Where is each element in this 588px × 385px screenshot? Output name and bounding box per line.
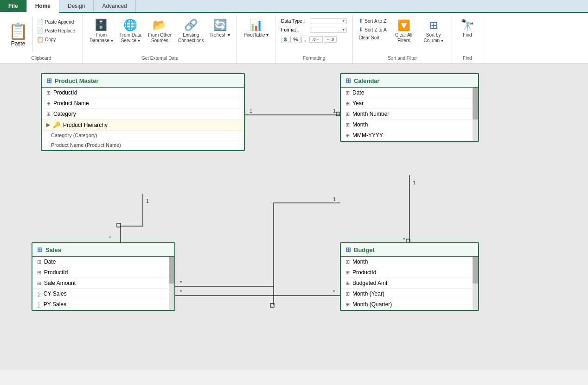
field-cal-year[interactable]: ⊞ Year bbox=[341, 98, 478, 109]
tab-design[interactable]: Design bbox=[59, 0, 94, 12]
sales-scrollbar-track[interactable] bbox=[169, 257, 174, 310]
rel-label-sb-many-l: * bbox=[180, 289, 182, 295]
calendar-scrollbar-thumb[interactable] bbox=[473, 88, 478, 120]
sort-a-z-label: Sort A to Z bbox=[364, 19, 386, 24]
rel-label-pm-cal-1a: 1 bbox=[249, 108, 252, 114]
existing-connections-button[interactable]: 🔗 ExistingConnections bbox=[175, 17, 207, 45]
paste-button[interactable]: 📋 Paste bbox=[4, 17, 33, 52]
copy-button[interactable]: 📋 Copy bbox=[35, 35, 77, 44]
sort-a-z-button[interactable]: ⬆ Sort A to Z bbox=[357, 17, 388, 25]
product-master-header: ⊞ Product Master bbox=[42, 74, 244, 88]
cal-year-icon: ⊞ bbox=[345, 101, 350, 107]
paste-replace-button[interactable]: 📄 Paste Replace bbox=[35, 26, 77, 35]
decimal-decrease-button[interactable]: ←.0 bbox=[324, 36, 337, 43]
dollar-button[interactable]: $ bbox=[281, 36, 289, 43]
cal-mmm-yyyy-icon: ⊞ bbox=[345, 133, 350, 139]
from-other-sources-label: From OtherSources bbox=[148, 32, 172, 44]
product-master-table-icon: ⊞ bbox=[46, 77, 52, 84]
sort-z-a-button[interactable]: ⬇ Sort Z to A bbox=[357, 25, 388, 34]
field-s-sale-amount[interactable]: ⊞ Sale Amount bbox=[32, 278, 174, 289]
field-product-name[interactable]: ⊞ Product Name bbox=[42, 98, 244, 109]
diagram-area: 1 1 1 * * 1 1 * * * ⊞ Product Mas bbox=[0, 64, 588, 370]
sort-filter-group: ⬆ Sort A to Z ⬇ Sort Z to A Clear Sort 🔽… bbox=[353, 15, 452, 63]
b-budgeted-amt-icon: ⊞ bbox=[345, 280, 350, 286]
field-cal-date[interactable]: ⊞ Date bbox=[341, 88, 478, 98]
format-dropdown[interactable]: ▾ bbox=[310, 27, 347, 33]
formatting-group: Data Type : ▾ Format : ▾ $ % , .0→ ←.0 bbox=[275, 15, 353, 63]
sales-scrollbar-thumb[interactable] bbox=[169, 257, 174, 284]
category-icon: ⊞ bbox=[46, 111, 51, 117]
paste-append-button[interactable]: 📄 Paste Append bbox=[35, 18, 77, 26]
rel-marker-cal bbox=[336, 112, 340, 116]
field-pn-product-name[interactable]: Product Name (Product Name) bbox=[42, 140, 244, 150]
formatting-label: Formatting bbox=[279, 55, 349, 62]
field-productid[interactable]: ⊞ ProductId bbox=[42, 88, 244, 98]
field-cal-month[interactable]: ⊞ Month bbox=[341, 120, 478, 130]
calendar-table: ⊞ Calendar ⊞ Date ⊞ Year ⊞ Month Number … bbox=[340, 73, 479, 142]
field-s-date[interactable]: ⊞ Date bbox=[32, 257, 174, 267]
field-s-py-sales[interactable]: ∑ PY Sales bbox=[32, 299, 174, 310]
field-b-budgeted-amt[interactable]: ⊞ Budgeted Amt bbox=[341, 278, 478, 289]
rel-label-cal-budget-1: 1 bbox=[413, 180, 415, 185]
data-type-dropdown[interactable]: ▾ bbox=[310, 18, 347, 24]
existing-connections-icon: 🔗 bbox=[184, 19, 198, 32]
from-other-sources-button[interactable]: 📂 From OtherSources bbox=[145, 17, 174, 45]
clear-sort-label: Clear Sort bbox=[358, 35, 379, 40]
field-category[interactable]: ⊞ Category bbox=[42, 109, 244, 120]
b-productid-label: ProductId bbox=[352, 269, 376, 276]
field-cal-month-number[interactable]: ⊞ Month Number bbox=[341, 109, 478, 120]
clipboard-label: Clipboard bbox=[4, 55, 79, 62]
tab-home[interactable]: Home bbox=[27, 0, 59, 13]
clear-sort-button[interactable]: Clear Sort bbox=[357, 34, 388, 41]
field-s-productid[interactable]: ⊞ ProductId bbox=[32, 267, 174, 278]
cal-date-icon: ⊞ bbox=[345, 90, 350, 96]
sort-by-column-button[interactable]: ⊞ Sort byColumn ▾ bbox=[421, 18, 446, 45]
from-data-service-label: From DataService ▾ bbox=[120, 32, 141, 44]
external-data-label: Get External Data bbox=[87, 55, 233, 62]
s-py-sales-label: PY Sales bbox=[44, 301, 66, 308]
field-b-month-year[interactable]: ⊞ Month (Year) bbox=[341, 289, 478, 299]
paste-replace-icon: 📄 bbox=[37, 27, 44, 34]
budget-scrollbar-track[interactable] bbox=[473, 257, 478, 310]
format-chevron: ▾ bbox=[343, 28, 345, 32]
data-type-row: Data Type : ▾ bbox=[281, 18, 347, 25]
external-data-group: 🗄️ FromDatabase ▾ 🌐 From DataService ▾ 📂… bbox=[83, 15, 237, 63]
productid-label: ProductId bbox=[53, 89, 77, 96]
calendar-header: ⊞ Calendar bbox=[341, 74, 478, 88]
s-py-sales-icon: ∑ bbox=[37, 302, 41, 307]
refresh-button[interactable]: 🔄 Refresh ▾ bbox=[208, 17, 233, 40]
budget-scrollbar-thumb[interactable] bbox=[473, 257, 478, 284]
comma-button[interactable]: , bbox=[301, 36, 308, 43]
calendar-scrollbar-track[interactable] bbox=[473, 88, 478, 141]
field-b-productid[interactable]: ⊞ ProductId bbox=[341, 267, 478, 278]
tab-file[interactable]: File bbox=[0, 0, 27, 13]
field-cal-mmm-yyyy[interactable]: ⊞ MMM-YYYY bbox=[341, 130, 478, 141]
from-database-button[interactable]: 🗄️ FromDatabase ▾ bbox=[87, 17, 116, 45]
format-label: Format : bbox=[281, 27, 309, 32]
clear-filters-group: 🔽 Clear AllFilters bbox=[390, 17, 417, 46]
field-product-hierarchy[interactable]: ▶ 🔑 Product Hierarchy bbox=[42, 120, 244, 131]
pivot-table-button[interactable]: 📊 PivotTable ▾ bbox=[241, 17, 271, 40]
field-cat-category[interactable]: Category (Category) bbox=[42, 131, 244, 140]
field-s-cy-sales[interactable]: ∑ CY Sales bbox=[32, 289, 174, 299]
from-data-service-button[interactable]: 🌐 From DataService ▾ bbox=[117, 17, 144, 45]
calendar-table-icon: ⊞ bbox=[345, 77, 351, 84]
from-database-label: FromDatabase ▾ bbox=[89, 32, 113, 44]
decimal-increase-button[interactable]: .0→ bbox=[309, 36, 323, 43]
field-b-month[interactable]: ⊞ Month bbox=[341, 257, 478, 267]
tab-advanced[interactable]: Advanced bbox=[94, 0, 135, 12]
rel-label-cal-right-1: 1 bbox=[333, 196, 336, 202]
find-group-label: Find bbox=[456, 55, 479, 62]
find-button[interactable]: 🔭 Find bbox=[456, 17, 479, 40]
clear-all-filters-button[interactable]: 🔽 Clear AllFilters bbox=[392, 18, 415, 45]
cal-month-label: Month bbox=[352, 121, 368, 128]
product-master-title: Product Master bbox=[55, 77, 99, 84]
copy-label: Copy bbox=[45, 37, 56, 42]
from-other-sources-icon: 📂 bbox=[153, 19, 166, 32]
b-month-quarter-icon: ⊞ bbox=[345, 302, 350, 308]
field-b-month-quarter[interactable]: ⊞ Month (Quarter) bbox=[341, 299, 478, 310]
sales-title: Sales bbox=[45, 246, 61, 253]
find-label: Find bbox=[463, 32, 472, 38]
percent-button[interactable]: % bbox=[290, 36, 300, 43]
s-cy-sales-label: CY Sales bbox=[44, 290, 67, 297]
